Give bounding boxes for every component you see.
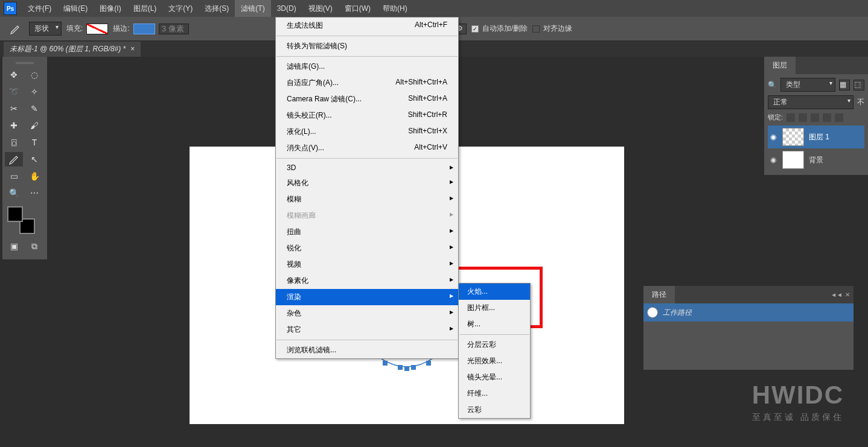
submenu-item-flame[interactable]: 火焰... xyxy=(459,284,530,300)
close-panel-icon[interactable]: ✕ xyxy=(845,291,850,298)
menu-item-label: 转换为智能滤镜(S) xyxy=(287,41,347,51)
layer-item[interactable]: ◉ 背景 xyxy=(768,148,864,171)
path-thumbnail xyxy=(647,307,658,318)
menu-item-label: 风格化 xyxy=(287,178,308,188)
brush-tool-icon[interactable]: 🖌 xyxy=(25,118,43,133)
pen-tool-icon[interactable] xyxy=(5,152,23,166)
menu-item-label: 视频 xyxy=(287,259,301,270)
submenu-item-fibers[interactable]: 纤维... xyxy=(459,385,530,402)
submenu-item-diff-clouds[interactable]: 分层云彩 xyxy=(459,337,530,353)
menu-view[interactable]: 视图(V) xyxy=(302,0,339,17)
color-pickers[interactable] xyxy=(5,206,41,234)
lock-position-icon[interactable] xyxy=(811,113,819,122)
menu-item-3d[interactable]: 3D xyxy=(276,160,458,175)
paths-tab[interactable]: 路径 xyxy=(643,286,675,303)
lock-all-icon[interactable] xyxy=(787,113,795,122)
shape-tool-icon[interactable]: ▭ xyxy=(5,169,23,183)
magic-wand-tool-icon[interactable]: ✧ xyxy=(25,84,43,99)
screenmode-tool-icon[interactable]: ⧉ xyxy=(25,239,43,253)
menu-layer[interactable]: 图层(L) xyxy=(127,0,163,17)
path-select-tool-icon[interactable]: ↖ xyxy=(25,152,43,166)
marquee-tool-icon[interactable]: ◌ xyxy=(25,68,43,82)
menu-item-label: 云彩 xyxy=(467,405,482,415)
menu-item-render[interactable]: 渲染 火焰... 图片框... 树... 分层云彩 光照效果... 镜头光晕..… xyxy=(276,289,458,305)
submenu-item-picture-frame[interactable]: 图片框... xyxy=(459,300,530,316)
menu-item-blur-gallery[interactable]: 模糊画廊 xyxy=(276,208,458,224)
collapse-icon[interactable]: ◄◄ xyxy=(831,291,843,298)
lock-nested-icon[interactable] xyxy=(823,113,831,122)
menu-item-noise[interactable]: 杂色 xyxy=(276,305,458,322)
eyedropper-tool-icon[interactable]: ✎ xyxy=(25,101,43,116)
layers-tab[interactable]: 图层 xyxy=(764,57,796,74)
blend-mode-dropdown[interactable]: 正常 xyxy=(768,95,854,109)
menu-item-smart-filter[interactable]: 转换为智能滤镜(S) xyxy=(276,38,458,54)
shape-mode-dropdown[interactable]: 形状 xyxy=(29,22,62,36)
quickmask-tool-icon[interactable]: ▣ xyxy=(5,239,23,253)
filter-icon-1[interactable]: ▦ xyxy=(839,80,850,90)
visibility-icon[interactable]: ◉ xyxy=(769,156,777,164)
menu-item-browse-online[interactable]: 浏览联机滤镜... xyxy=(276,342,458,358)
lasso-tool-icon[interactable]: ➰ xyxy=(5,84,23,99)
fill-swatch[interactable] xyxy=(86,24,108,34)
menu-item-other[interactable]: 其它 xyxy=(276,322,458,338)
layer-thumbnail[interactable] xyxy=(782,128,804,146)
submenu-item-lens-flare[interactable]: 镜头光晕... xyxy=(459,369,530,385)
stroke-swatch[interactable] xyxy=(133,24,155,34)
layer-thumbnail[interactable] xyxy=(782,151,804,169)
menu-window[interactable]: 窗口(W) xyxy=(339,0,377,17)
submenu-item-lighting[interactable]: 光照效果... xyxy=(459,353,530,369)
checkbox-checked-icon: ✓ xyxy=(471,25,479,33)
menu-select[interactable]: 选择(S) xyxy=(199,0,235,17)
menu-image[interactable]: 图像(I) xyxy=(94,0,127,17)
align-edges-checkbox[interactable]: 对齐边缘 xyxy=(532,24,572,34)
type-tool-icon[interactable]: T xyxy=(25,135,43,150)
filter-icon-2[interactable]: ⬚ xyxy=(854,80,864,90)
menu-item-label: 渲染 xyxy=(287,292,301,302)
menu-item-liquify[interactable]: 液化(L)... Shift+Ctrl+X xyxy=(276,124,458,140)
path-item[interactable]: 工作路径 xyxy=(643,303,854,322)
menu-item-adaptive[interactable]: 自适应广角(A)... Alt+Shift+Ctrl+A xyxy=(276,75,458,91)
menu-item-filter-gallery[interactable]: 滤镜库(G)... xyxy=(276,59,458,75)
visibility-icon[interactable]: ◉ xyxy=(769,133,777,141)
menu-item-normal-map[interactable]: 生成法线图 Alt+Ctrl+F xyxy=(276,17,458,34)
menu-item-sharpen[interactable]: 锐化 xyxy=(276,240,458,256)
toolbox-grip[interactable] xyxy=(5,60,45,65)
foreground-color-swatch[interactable] xyxy=(7,206,23,222)
submenu-item-tree[interactable]: 树... xyxy=(459,316,530,332)
close-icon[interactable]: × xyxy=(130,45,135,53)
menu-item-camera-raw[interactable]: Camera Raw 滤镜(C)... Shift+Ctrl+A xyxy=(276,91,458,107)
stroke-width-input[interactable] xyxy=(159,24,189,34)
layer-name: 图层 1 xyxy=(809,132,829,142)
document-tab[interactable]: 未标题-1 @ 60% (图层 1, RGB/8#) * × xyxy=(4,42,141,57)
auto-add-delete-checkbox[interactable]: ✓ 自动添加/删除 xyxy=(471,24,528,34)
menu-item-label: 浏览联机滤镜... xyxy=(287,345,336,355)
menu-item-distort[interactable]: 扭曲 xyxy=(276,224,458,240)
menu-item-pixelate[interactable]: 像素化 xyxy=(276,273,458,289)
healing-tool-icon[interactable]: ✚ xyxy=(5,118,23,133)
menu-edit[interactable]: 编辑(E) xyxy=(57,0,94,17)
menu-item-stylize[interactable]: 风格化 xyxy=(276,175,458,191)
lock-artboard-icon[interactable] xyxy=(835,113,843,122)
move-tool-icon[interactable]: ✥ xyxy=(5,68,23,82)
menu-help[interactable]: 帮助(H) xyxy=(377,0,413,17)
submenu-item-clouds[interactable]: 云彩 xyxy=(459,402,530,418)
menu-item-lens-correction[interactable]: 镜头校正(R)... Shift+Ctrl+R xyxy=(276,107,458,124)
menu-item-vanishing-point[interactable]: 消失点(V)... Alt+Ctrl+V xyxy=(276,140,458,156)
crop-tool-icon[interactable]: ✂ xyxy=(5,101,23,116)
hand-tool-icon[interactable]: ✋ xyxy=(25,169,43,183)
stamp-tool-icon[interactable]: ⌼ xyxy=(5,135,23,150)
menu-type[interactable]: 文字(Y) xyxy=(162,0,199,17)
menu-item-shortcut: Shift+Ctrl+X xyxy=(408,127,447,137)
extra-tool-icon[interactable]: ⋯ xyxy=(25,186,43,200)
layer-kind-dropdown[interactable]: 类型 xyxy=(780,78,835,92)
menu-filter[interactable]: 滤镜(T) xyxy=(235,0,270,17)
menu-item-blur[interactable]: 模糊 xyxy=(276,191,458,208)
layer-item[interactable]: ◉ 图层 1 xyxy=(768,125,864,148)
pen-tool-icon[interactable] xyxy=(6,22,24,36)
menu-file[interactable]: 文件(F) xyxy=(22,0,57,17)
zoom-tool-icon[interactable]: 🔍 xyxy=(5,186,23,200)
app-logo: Ps xyxy=(4,2,17,15)
menu-item-video[interactable]: 视频 xyxy=(276,256,458,273)
lock-pixels-icon[interactable] xyxy=(799,113,807,122)
menu-3d[interactable]: 3D(D) xyxy=(271,0,302,17)
